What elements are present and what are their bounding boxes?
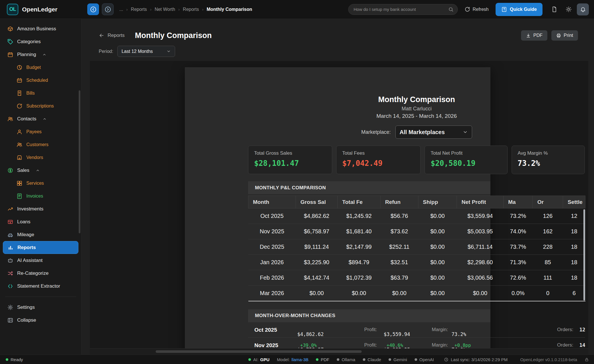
sidebar-item-categories[interactable]: Categories <box>0 35 81 48</box>
model-status: Model: llama-3B <box>277 357 308 362</box>
refresh-icon <box>17 103 22 109</box>
pnl-cell: $1,245.92 <box>338 208 381 224</box>
period-row: Period: Last 12 Months <box>82 46 594 57</box>
sidebar-item-re-categorize[interactable]: Re-Categorize <box>0 267 81 280</box>
pnl-column-header: Net Profit <box>457 196 504 208</box>
search-input[interactable] <box>348 4 458 15</box>
sidebar-item-label: Customers <box>26 142 48 147</box>
theme-toggle-button[interactable] <box>563 3 575 15</box>
nav-forward-button[interactable] <box>102 3 114 15</box>
refresh-button[interactable]: Refresh <box>465 7 489 12</box>
sidebar-item-mileage[interactable]: Mileage <box>0 228 81 241</box>
sidebar-item-sales[interactable]: Sales <box>0 164 81 177</box>
stat-card-avg-margin: Avg Margin % 73.2% <box>512 146 585 174</box>
pnl-cell: $0.00 <box>418 239 457 255</box>
sidebar-item-reports[interactable]: Reports <box>3 241 78 254</box>
pnl-cell: 73.7% <box>504 239 533 255</box>
pnl-cell: $1,681.40 <box>338 224 381 239</box>
period-label: Period: <box>99 49 113 54</box>
mom-orders-label: Orders: <box>557 327 573 333</box>
topbar: OL OpenLedger ... › Reports › Net Worth … <box>0 0 594 19</box>
document-button[interactable] <box>548 3 560 15</box>
sidebar-item-payees[interactable]: Payees <box>0 125 81 138</box>
pnl-row: Mar 2026$0.00$0.00$0.00$0.00$0.000.0%06 <box>248 286 585 301</box>
sidebar-item-loans[interactable]: Loans <box>0 215 81 228</box>
sidebar-item-vendors[interactable]: Vendors <box>0 151 81 164</box>
sidebar-item-contacts[interactable]: Contacts <box>0 112 81 125</box>
sidebar-item-investments[interactable]: Investments <box>0 202 81 215</box>
pnl-column-header: Month <box>248 196 296 208</box>
sidebar-item-planning[interactable]: Planning <box>0 48 81 61</box>
chevron-up-icon <box>36 168 40 172</box>
calendar-icon <box>7 52 13 57</box>
page-title: Monthly Comparison <box>135 31 212 40</box>
breadcrumb-item[interactable]: Reports <box>183 7 199 12</box>
pnl-column-header: Total Fe <box>338 196 381 208</box>
bank-card-icon <box>7 219 13 225</box>
sidebar-item-bills[interactable]: Bills <box>0 87 81 100</box>
sidebar-item-invoices[interactable]: Invoices <box>0 190 81 202</box>
breadcrumb-item[interactable]: Reports <box>131 7 147 12</box>
pnl-cell: 12 <box>563 208 585 224</box>
sidebar-item-label: Re-Categorize <box>17 270 49 276</box>
sidebar-item-services[interactable]: Services <box>0 177 81 190</box>
arrow-left-circle-icon <box>90 6 97 13</box>
ai-value: GPU <box>260 357 270 362</box>
pdf-button[interactable]: PDF <box>521 30 547 41</box>
pnl-cell: $0.00 <box>418 286 457 301</box>
code-icon <box>7 283 13 289</box>
pnl-cell: $3,006.56 <box>457 270 504 286</box>
period-select-value: Last 12 Months <box>122 49 153 54</box>
sidebar-item-amazon-business[interactable]: Amazon Business <box>0 22 81 35</box>
mom-sales: $6,758.97+39.0% <box>297 342 317 348</box>
sidebar-item-settings[interactable]: Settings <box>0 301 81 314</box>
stat-value: $20,580.19 <box>431 159 502 168</box>
pdf-status-label: PDF <box>321 357 329 362</box>
model-label: Model: <box>277 357 290 362</box>
pnl-cell: $32.51 <box>381 255 418 270</box>
pnl-cell: Feb 2026 <box>248 270 296 286</box>
sidebar-item-label: Reports <box>17 245 36 250</box>
stat-card-gross-sales: Total Gross Sales $28,101.47 <box>248 146 332 174</box>
service-label: Claude <box>368 357 381 362</box>
notifications-button[interactable] <box>577 3 589 15</box>
stat-label: Total Net Profit <box>431 150 502 156</box>
sidebar-item-statement-extractor[interactable]: Statement Extractor <box>0 280 81 293</box>
marketplace-select[interactable]: All Marketplaces <box>395 126 472 139</box>
sidebar-item-ai-assistant[interactable]: AI Assistant <box>0 254 81 267</box>
app-window: OL OpenLedger ... › Reports › Net Worth … <box>0 0 594 364</box>
mom-orders: 14 <box>579 342 585 348</box>
file-icon <box>551 6 557 12</box>
mom-orders: 12 <box>579 327 585 333</box>
breadcrumb-item[interactable]: Net Worth <box>155 7 175 12</box>
car-icon <box>7 232 13 238</box>
sidebar-item-label: Sales <box>17 168 29 173</box>
quick-guide-button[interactable]: Quick Guide <box>496 3 542 16</box>
pnl-cell: $1,072.39 <box>338 270 381 286</box>
sidebar-item-collapse[interactable]: Collapse <box>0 314 81 327</box>
mom-profit-label: Profit: <box>364 342 377 348</box>
pnl-cell: $0.00 <box>418 224 457 239</box>
horizontal-scrollbar[interactable] <box>90 348 588 355</box>
page-header: Reports Monthly Comparison PDF Print <box>82 19 594 41</box>
model-value[interactable]: llama-3B <box>292 357 308 362</box>
mom-month: Oct 2025 <box>254 327 277 333</box>
pnl-cell: $2,298.60 <box>457 255 504 270</box>
sidebar-item-label: Contacts <box>17 116 36 122</box>
sidebar-item-scheduled[interactable]: Scheduled <box>0 74 81 87</box>
collapse-icon <box>7 317 13 323</box>
breadcrumb-item[interactable]: ... <box>119 7 123 12</box>
scrollbar-thumb[interactable] <box>156 350 362 353</box>
sidebar-item-subscriptions[interactable]: Subscriptions <box>0 100 81 112</box>
pnl-cell: 111 <box>533 270 563 286</box>
print-button[interactable]: Print <box>551 30 578 41</box>
back-to-reports-link[interactable]: Reports <box>99 33 125 38</box>
sidebar-item-budget[interactable]: Budget <box>0 61 81 74</box>
nav-back-button[interactable] <box>87 3 99 15</box>
sidebar-item-label: Invoices <box>26 194 43 199</box>
stat-value: $28,101.47 <box>254 159 326 168</box>
period-select[interactable]: Last 12 Months <box>117 46 175 57</box>
pnl-cell: $0.00 <box>457 286 504 301</box>
pnl-cell: 18 <box>563 255 585 270</box>
sidebar-item-customers[interactable]: Customers <box>0 138 81 151</box>
